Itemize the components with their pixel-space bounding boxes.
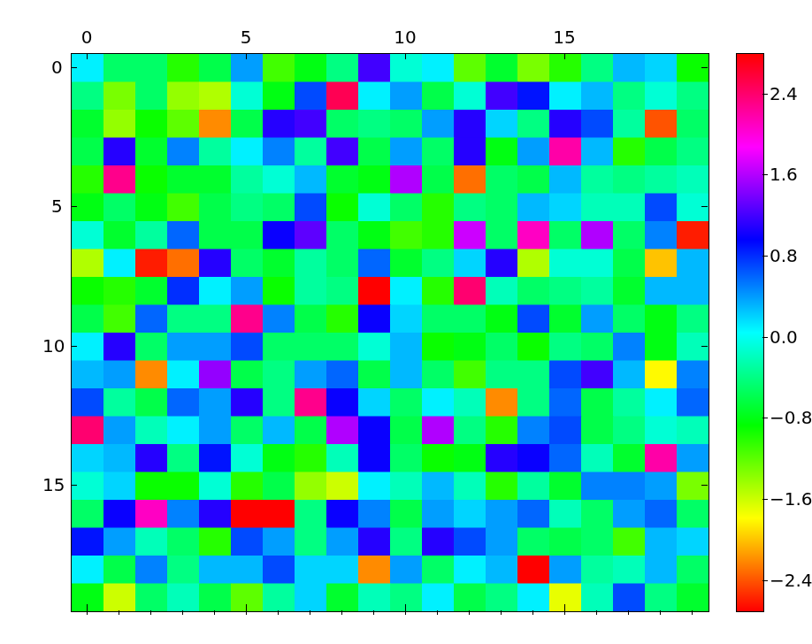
cb-tick-2.4: 2.4 <box>770 83 798 104</box>
y-tick-10: 10 <box>42 335 64 356</box>
x-tick-10: 10 <box>394 27 416 48</box>
y-tick-5: 5 <box>51 196 62 217</box>
x-tick-0: 0 <box>81 27 93 48</box>
colorbar <box>736 53 764 612</box>
cb-tick--2.4: −2.4 <box>770 570 812 591</box>
y-tick-0: 0 <box>51 57 62 78</box>
y-tick-15: 15 <box>42 474 64 495</box>
x-tick-5: 5 <box>241 27 252 48</box>
x-tick-15: 15 <box>553 27 575 48</box>
cb-tick-0.8: 0.8 <box>770 245 798 266</box>
cb-tick-0.0: 0.0 <box>770 326 798 348</box>
heatmap-canvas <box>71 53 709 612</box>
cb-tick-1.6: 1.6 <box>770 164 798 185</box>
colorbar-canvas <box>737 54 763 611</box>
heatmap-plot-area: 0 5 10 15 0 5 10 15 <box>71 53 708 610</box>
cb-tick--0.8: −0.8 <box>770 407 812 428</box>
cb-tick--1.6: −1.6 <box>770 488 812 510</box>
